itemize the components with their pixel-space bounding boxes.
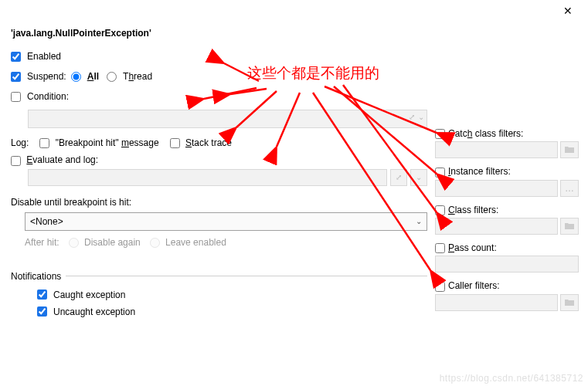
instance-filters-checkbox[interactable]: Instance filters:: [435, 166, 511, 177]
breakpoint-hit-checkbox[interactable]: "Breakpoint hit" message: [39, 137, 158, 148]
suspend-all-radio[interactable]: All: [71, 71, 99, 82]
folder-icon: [560, 141, 579, 158]
breakpoint-settings-panel: 'java.lang.NullPointerException' Enabled…: [0, 0, 588, 328]
class-filters-checkbox[interactable]: Class filters:: [435, 205, 498, 215]
stack-trace-checkbox[interactable]: Stack trace: [170, 137, 232, 148]
pass-count-checkbox[interactable]: Pass count:: [435, 242, 497, 253]
condition-checkbox[interactable]: Condition:: [11, 91, 69, 102]
expand-icon: ⤢: [390, 169, 407, 186]
class-filters-input: [435, 218, 558, 235]
condition-input: [28, 110, 427, 128]
disable-again-radio: Disable again: [69, 237, 141, 248]
breakpoint-title: 'java.lang.NullPointerException': [11, 28, 427, 39]
chevron-down-icon: ⌄: [418, 113, 424, 121]
leave-enabled-radio: Leave enabled: [150, 237, 226, 248]
notifications-heading: Notifications: [11, 271, 61, 282]
catch-class-filters-input: [435, 141, 558, 158]
divider: [66, 276, 427, 276]
chevron-down-icon: ⌄: [416, 217, 422, 225]
folder-icon: [560, 218, 579, 235]
caller-filters-input: [435, 294, 558, 311]
uncaught-exception-checkbox[interactable]: Uncaught exception: [37, 306, 135, 317]
log-label: Log:: [11, 137, 29, 148]
instance-filters-input: [435, 180, 558, 197]
evaluate-log-checkbox[interactable]: Evaluate and log:: [11, 154, 98, 165]
suspend-thread-radio[interactable]: Thread: [107, 71, 152, 82]
after-hit-label: After hit:: [25, 237, 59, 248]
pass-count-input: [435, 256, 579, 273]
catch-class-filters-checkbox[interactable]: Catch class filters:: [435, 128, 523, 139]
more-icon: …: [560, 180, 579, 197]
disable-until-select[interactable]: <None> ⌄: [25, 212, 427, 231]
expand-icon: ⤢: [409, 113, 415, 121]
caught-exception-checkbox[interactable]: Caught exception: [37, 290, 125, 300]
suspend-checkbox[interactable]: Suspend:: [11, 71, 66, 82]
folder-icon: [560, 294, 579, 311]
close-button[interactable]: ✕: [554, 2, 582, 20]
disable-until-label: Disable until breakpoint is hit:: [11, 197, 427, 208]
caller-filters-checkbox[interactable]: Caller filters:: [435, 280, 500, 291]
chevron-down-icon: ⌄: [410, 169, 427, 186]
enabled-checkbox[interactable]: Enabled: [11, 51, 61, 62]
evaluate-log-input: [28, 169, 387, 186]
watermark: https://blog.csdn.net/641385712: [440, 373, 583, 384]
